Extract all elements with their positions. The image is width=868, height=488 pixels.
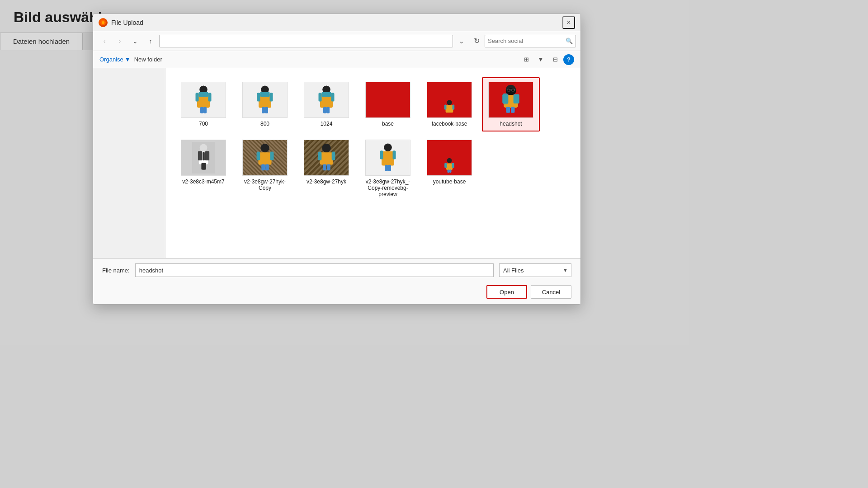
- svg-rect-4: [196, 93, 199, 101]
- address-bar-input[interactable]: [159, 35, 453, 47]
- file-item-v2-last[interactable]: v2-3e8c3-m45m7: [175, 135, 232, 202]
- svg-point-58: [384, 144, 392, 152]
- file-thumb-youtube-base: [427, 140, 472, 176]
- forward-button[interactable]: ›: [113, 35, 127, 47]
- svg-point-23: [447, 100, 452, 105]
- file-item-700[interactable]: 700: [175, 77, 232, 131]
- file-name-v2b: v2-3e8gw-27hyk: [307, 178, 346, 185]
- file-item-youtube-base[interactable]: youtube-base: [420, 135, 478, 202]
- search-button[interactable]: 🔍: [566, 38, 573, 44]
- organise-button[interactable]: Organise ▼: [99, 56, 131, 63]
- svg-rect-34: [514, 94, 519, 103]
- svg-rect-47: [258, 152, 271, 164]
- file-item-facebook-base[interactable]: facebook-base: [420, 77, 478, 131]
- svg-rect-55: [331, 151, 335, 160]
- file-thumb-facebook-base: [427, 82, 472, 118]
- view-pane-button[interactable]: ⊟: [549, 54, 561, 66]
- filetype-wrap: All Files ▼: [499, 263, 571, 277]
- address-dropdown-button[interactable]: ⌄: [455, 35, 468, 47]
- file-thumb-headshot: [488, 82, 533, 118]
- dialog-bottombar: File name: All Files ▼: [93, 258, 580, 282]
- file-item-v2a[interactable]: v2-3e8gw-27hyk- Copy: [236, 135, 294, 202]
- svg-rect-6: [200, 107, 203, 113]
- file-item-800[interactable]: 800: [236, 77, 294, 131]
- svg-rect-69: [449, 169, 452, 173]
- svg-rect-45: [202, 163, 206, 170]
- dialog-toolbar: ‹ › ⌄ ↑ ⌄ ↻ 🔍: [93, 31, 580, 51]
- svg-rect-12: [270, 93, 273, 101]
- svg-rect-63: [388, 165, 391, 171]
- svg-rect-56: [323, 164, 326, 171]
- filename-input[interactable]: [135, 263, 494, 277]
- help-button[interactable]: ?: [563, 54, 574, 65]
- svg-rect-60: [380, 150, 383, 159]
- svg-rect-19: [331, 93, 335, 101]
- file-item-headshot[interactable]: headshot: [482, 77, 540, 131]
- back-button[interactable]: ‹: [98, 35, 111, 47]
- svg-point-46: [260, 144, 269, 152]
- firefox-icon: [99, 18, 108, 27]
- file-name-v2a: v2-3e8gw-27hyk- Copy: [240, 178, 290, 191]
- dialog-actionbar: Organise ▼ New folder ⊞ ▼ ⊟ ?: [93, 51, 580, 68]
- svg-point-39: [199, 144, 207, 152]
- svg-point-1: [102, 21, 104, 24]
- svg-rect-20: [323, 107, 326, 113]
- filetype-select[interactable]: All Files: [499, 263, 571, 277]
- open-button[interactable]: Open: [486, 285, 527, 299]
- search-input[interactable]: [488, 38, 564, 44]
- filename-label: File name:: [102, 267, 130, 274]
- svg-rect-7: [203, 107, 207, 113]
- organise-dropdown-icon: ▼: [125, 56, 131, 63]
- refresh-button[interactable]: ↻: [470, 35, 483, 47]
- file-name-facebook-base: facebook-base: [432, 121, 467, 127]
- view-tiles-button[interactable]: ⊞: [520, 54, 533, 66]
- svg-rect-65: [446, 164, 453, 170]
- file-thumb-base: [365, 82, 410, 118]
- organise-label: Organise: [99, 56, 123, 63]
- svg-rect-24: [446, 105, 453, 113]
- file-thumb-800: [242, 82, 288, 118]
- cancel-button[interactable]: Cancel: [531, 285, 571, 299]
- view-dropdown-button[interactable]: ▼: [534, 54, 547, 66]
- svg-rect-14: [265, 107, 268, 113]
- file-item-1024[interactable]: 1024: [297, 77, 355, 131]
- svg-rect-50: [261, 164, 265, 171]
- svg-rect-48: [256, 151, 260, 160]
- svg-rect-54: [318, 151, 321, 160]
- view-icon-group: ⊞ ▼ ⊟ ?: [520, 54, 574, 66]
- dropdown-button[interactable]: ⌄: [128, 35, 142, 47]
- svg-rect-8: [199, 92, 208, 97]
- svg-rect-36: [506, 107, 510, 113]
- file-name-800: 800: [260, 121, 269, 127]
- file-name-base: base: [382, 121, 394, 127]
- new-folder-button[interactable]: New folder: [134, 56, 162, 63]
- file-item-v2b[interactable]: v2-3e8gw-27hyk: [297, 135, 355, 202]
- file-item-v2c[interactable]: v2-3e8gw-27hyk_-Copy-removebg-preview: [359, 135, 417, 202]
- dialog-sidebar: [93, 68, 165, 258]
- svg-point-64: [447, 158, 452, 163]
- svg-rect-26: [453, 105, 455, 110]
- svg-rect-35: [503, 93, 508, 104]
- file-thumb-v2c: [365, 140, 410, 176]
- svg-rect-13: [262, 107, 265, 113]
- svg-rect-11: [257, 93, 260, 101]
- svg-point-52: [322, 144, 330, 152]
- svg-rect-62: [385, 165, 388, 171]
- file-item-base[interactable]: base: [359, 77, 417, 131]
- file-thumb-v2a: [242, 140, 288, 176]
- file-upload-dialog: File Upload × ‹ › ⌄ ↑ ⌄ ↻ 🔍 Organise ▼ N…: [93, 14, 581, 305]
- svg-rect-41: [198, 151, 202, 161]
- file-name-1024: 1024: [321, 121, 333, 127]
- svg-rect-61: [393, 150, 396, 159]
- svg-rect-21: [326, 107, 330, 113]
- file-name-youtube-base: youtube-base: [433, 178, 466, 185]
- up-button[interactable]: ↑: [144, 35, 157, 47]
- svg-rect-37: [511, 107, 514, 113]
- file-name-v2-last: v2-3e8c3-m45m7: [182, 178, 224, 185]
- svg-rect-53: [320, 152, 333, 164]
- dialog-close-button[interactable]: ×: [562, 16, 575, 29]
- file-thumb-700: [181, 82, 226, 118]
- file-thumb-v2b: [304, 140, 349, 176]
- file-list: 700: [165, 68, 580, 258]
- file-thumb-1024: [304, 82, 349, 118]
